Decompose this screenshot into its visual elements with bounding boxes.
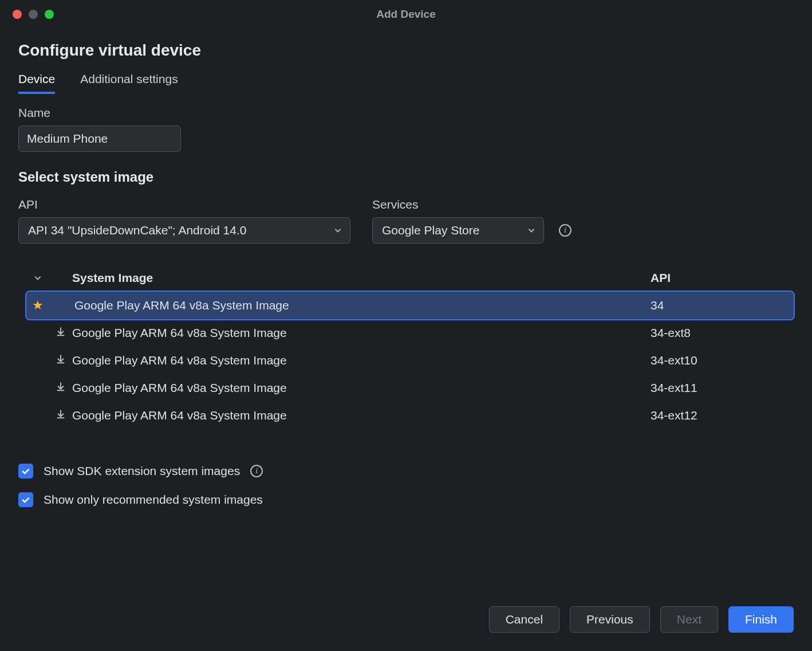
- star-icon: ★: [32, 298, 44, 313]
- system-image-table: System Image API ★Google Play ARM 64 v8a…: [26, 266, 794, 429]
- table-row[interactable]: ★Google Play ARM 64 v8a System Image34: [26, 292, 794, 319]
- previous-button[interactable]: Previous: [570, 606, 650, 633]
- table-row[interactable]: Google Play ARM 64 v8a System Image34-ex…: [26, 402, 794, 429]
- row-api: 34-ext8: [651, 326, 794, 340]
- section-heading: Select system image: [18, 169, 794, 185]
- tab-additional-settings[interactable]: Additional settings: [80, 72, 178, 94]
- tab-device[interactable]: Device: [18, 72, 55, 94]
- info-icon[interactable]: i: [250, 465, 263, 477]
- download-icon[interactable]: [55, 326, 66, 340]
- api-dropdown[interactable]: API 34 "UpsideDownCake"; Android 14.0: [18, 217, 350, 244]
- download-icon[interactable]: [55, 381, 66, 395]
- row-api: 34-ext12: [651, 409, 794, 422]
- row-api: 34: [651, 299, 794, 312]
- row-name: Google Play ARM 64 v8a System Image: [72, 354, 651, 367]
- table-row[interactable]: Google Play ARM 64 v8a System Image34-ex…: [26, 347, 794, 374]
- page-heading: Configure virtual device: [18, 41, 794, 60]
- name-label: Name: [18, 106, 794, 120]
- info-icon[interactable]: i: [559, 224, 571, 237]
- row-api: 34-ext11: [651, 381, 794, 395]
- titlebar: Add Device: [0, 0, 812, 29]
- download-icon[interactable]: [55, 354, 66, 368]
- api-label: API: [18, 198, 350, 211]
- services-label: Services: [372, 198, 544, 211]
- next-button: Next: [660, 606, 718, 633]
- window-title: Add Device: [0, 8, 812, 21]
- footer: Cancel Previous Next Finish: [0, 590, 812, 651]
- column-header-api: API: [651, 271, 794, 285]
- chevron-down-icon: [527, 223, 535, 237]
- download-icon[interactable]: [55, 409, 66, 423]
- table-row[interactable]: Google Play ARM 64 v8a System Image34-ex…: [26, 319, 794, 347]
- row-name: Google Play ARM 64 v8a System Image: [72, 299, 651, 312]
- row-name: Google Play ARM 64 v8a System Image: [72, 409, 651, 422]
- chevron-down-icon: [34, 271, 42, 285]
- chevron-down-icon: [334, 223, 342, 237]
- checkbox-sdk-extension-label: Show SDK extension system images: [44, 464, 240, 478]
- services-dropdown-value: Google Play Store: [382, 223, 479, 237]
- checkbox-recommended[interactable]: [18, 492, 33, 507]
- checkbox-recommended-label: Show only recommended system images: [44, 493, 263, 507]
- row-name: Google Play ARM 64 v8a System Image: [72, 326, 651, 340]
- row-name: Google Play ARM 64 v8a System Image: [72, 381, 651, 395]
- row-api: 34-ext10: [651, 354, 794, 367]
- api-dropdown-value: API 34 "UpsideDownCake"; Android 14.0: [28, 223, 246, 237]
- tabs: Device Additional settings: [18, 72, 794, 95]
- name-input[interactable]: [18, 126, 181, 152]
- collapse-toggle[interactable]: [26, 271, 49, 285]
- column-header-name: System Image: [49, 271, 651, 285]
- cancel-button[interactable]: Cancel: [489, 606, 559, 633]
- table-row[interactable]: Google Play ARM 64 v8a System Image34-ex…: [26, 374, 794, 402]
- finish-button[interactable]: Finish: [728, 606, 794, 633]
- checkbox-sdk-extension[interactable]: [18, 464, 33, 479]
- services-dropdown[interactable]: Google Play Store: [372, 217, 544, 244]
